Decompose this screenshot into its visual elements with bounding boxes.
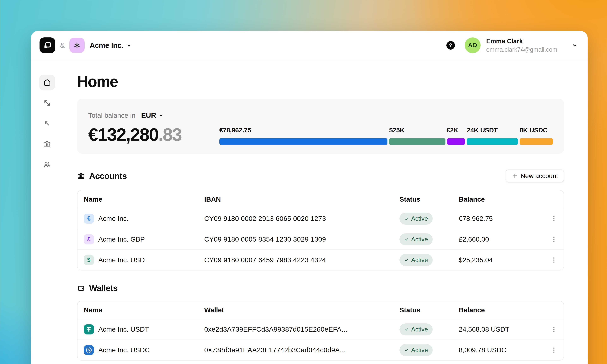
account-name: Acme Inc. GBP xyxy=(98,235,145,243)
segment-label-eur: €78,962.75 xyxy=(219,127,251,134)
segment-label-usdt: 24K USDT xyxy=(467,127,498,134)
bar-segment-usdt xyxy=(467,138,518,145)
home-icon xyxy=(43,78,51,87)
check-icon xyxy=(404,237,409,242)
user-email: emma.clark74@gmail.com xyxy=(486,46,557,53)
row-menu-button[interactable] xyxy=(543,347,557,353)
sidebar-item-accounts[interactable] xyxy=(39,136,55,152)
usdc-icon: $ xyxy=(84,345,94,355)
plus-icon xyxy=(512,173,518,179)
wallet-balance: 24,568.08 USDT xyxy=(459,325,543,333)
wallet-row-usdt[interactable]: Acme Inc. USDT 0xe2d3A739EFFCd3A99387d01… xyxy=(78,319,564,339)
new-account-button[interactable]: New account xyxy=(506,169,564,182)
col-wallet: Wallet xyxy=(204,306,399,314)
wallet-address: 0×738d3e91EAA23F17742b3Cad044c0d9A... xyxy=(204,346,399,354)
accounts-table: Name IBAN Status Balance € Acme Inc. CY0… xyxy=(77,190,564,271)
col-balance: Balance xyxy=(459,195,543,203)
status-badge: Active xyxy=(399,254,433,266)
brand-logo-icon xyxy=(43,41,52,50)
app-header: & Acme Inc. ? AO Emma Clark emma.clark74… xyxy=(31,31,588,60)
wallet-name: Acme Inc. USDT xyxy=(98,325,149,333)
company-name[interactable]: Acme Inc. xyxy=(90,41,123,50)
kebab-icon xyxy=(550,326,557,333)
bank-icon xyxy=(43,140,51,148)
dollar-icon: $ xyxy=(84,255,94,265)
usdt-icon xyxy=(84,324,94,335)
row-menu-button[interactable] xyxy=(543,326,557,333)
user-menu-chevron-icon[interactable] xyxy=(572,42,578,49)
wallet-address: 0xe2d3A739EFFCd3A99387d015E260eEFA... xyxy=(204,325,399,333)
users-icon xyxy=(43,160,51,169)
row-menu-button[interactable] xyxy=(543,236,557,243)
bar-segment-usdc xyxy=(520,138,553,145)
accounts-title: Accounts xyxy=(89,171,127,181)
bar-segment-usd xyxy=(389,138,446,145)
total-balance-amount: €132,280.83 xyxy=(88,124,219,145)
wallets-title: Wallets xyxy=(89,283,118,293)
col-iban: IBAN xyxy=(204,195,399,203)
wallets-table-header: Name Wallet Status Balance xyxy=(78,301,564,319)
account-row-gbp[interactable]: £ Acme Inc. GBP CY09 9180 0005 8354 1230… xyxy=(78,229,564,249)
account-balance: £2,660.00 xyxy=(459,235,543,243)
segment-label-usdc: 8K USDC xyxy=(520,127,547,134)
pound-icon: £ xyxy=(84,234,94,244)
col-name: Name xyxy=(84,306,204,314)
row-menu-button[interactable] xyxy=(543,257,557,263)
user-meta[interactable]: Emma Clark emma.clark74@gmail.com xyxy=(486,37,557,53)
kebab-icon xyxy=(550,347,557,353)
wallet-name: Acme Inc. USDC xyxy=(98,346,150,354)
sidebar-item-incoming[interactable] xyxy=(39,116,55,131)
account-row-usd[interactable]: $ Acme Inc. USD CY09 9180 0007 6459 7983… xyxy=(78,249,564,270)
sidebar-item-transfers[interactable] xyxy=(39,95,55,111)
balance-breakdown-bar: €78,962.75 $25K £2K 24K USDT 8K USDC xyxy=(219,127,553,145)
accounts-table-header: Name IBAN Status Balance xyxy=(78,190,564,208)
transfers-icon xyxy=(43,99,51,107)
status-badge: Active xyxy=(399,344,433,356)
account-row-eur[interactable]: € Acme Inc. CY09 9180 0002 2913 6065 002… xyxy=(78,208,564,229)
page-title: Home xyxy=(77,73,564,91)
kebab-icon xyxy=(550,236,557,243)
currency-selector[interactable]: EUR xyxy=(141,111,163,119)
total-balance-card: Total balance in EUR €132,280.83 €78,962… xyxy=(77,99,564,154)
col-name: Name xyxy=(84,195,204,203)
brand-logo[interactable] xyxy=(40,38,55,53)
company-chevron-icon[interactable] xyxy=(126,42,132,48)
asterisk-icon xyxy=(73,41,81,50)
account-iban: CY09 9180 0002 2913 6065 0020 1273 xyxy=(204,215,399,222)
svg-text:$: $ xyxy=(88,348,90,352)
segment-label-usd: $25K xyxy=(389,127,404,134)
accounts-section-header: Accounts New account xyxy=(77,169,564,182)
wallet-balance: 8,009.78 USDC xyxy=(459,346,543,354)
chevron-down-icon xyxy=(158,113,163,118)
account-iban: CY09 9180 0005 8354 1230 3029 1309 xyxy=(204,235,399,243)
sidebar-item-home[interactable] xyxy=(39,75,55,90)
arrow-up-left-icon xyxy=(43,119,51,128)
user-name: Emma Clark xyxy=(486,37,557,45)
check-icon xyxy=(404,258,409,262)
avatar[interactable]: AO xyxy=(465,38,481,53)
wallet-icon xyxy=(77,284,85,292)
check-icon xyxy=(404,348,409,352)
account-name: Acme Inc. USD xyxy=(98,256,145,264)
segment-label-gbp: £2K xyxy=(447,127,458,134)
kebab-icon xyxy=(550,257,557,263)
status-badge: Active xyxy=(399,323,433,335)
sidebar-item-members[interactable] xyxy=(39,157,55,172)
account-iban: CY09 9180 0007 6459 7983 4223 4324 xyxy=(204,256,399,264)
account-name: Acme Inc. xyxy=(98,215,129,222)
company-logo[interactable] xyxy=(69,38,85,53)
wallet-row-usdc[interactable]: $ Acme Inc. USDC 0×738d3e91EAA23F17742b3… xyxy=(78,339,564,360)
app-window: & Acme Inc. ? AO Emma Clark emma.clark74… xyxy=(31,31,588,364)
total-balance-label: Total balance in xyxy=(88,112,135,119)
sidebar xyxy=(31,60,63,361)
col-status: Status xyxy=(399,306,459,314)
help-button[interactable]: ? xyxy=(446,41,455,50)
account-balance: €78,962.75 xyxy=(459,215,543,222)
status-badge: Active xyxy=(399,233,433,245)
col-balance: Balance xyxy=(459,306,543,314)
kebab-icon xyxy=(550,215,557,222)
account-balance: $25,235.04 xyxy=(459,256,543,264)
row-menu-button[interactable] xyxy=(543,215,557,222)
check-icon xyxy=(404,216,409,221)
bank-icon xyxy=(77,172,85,180)
